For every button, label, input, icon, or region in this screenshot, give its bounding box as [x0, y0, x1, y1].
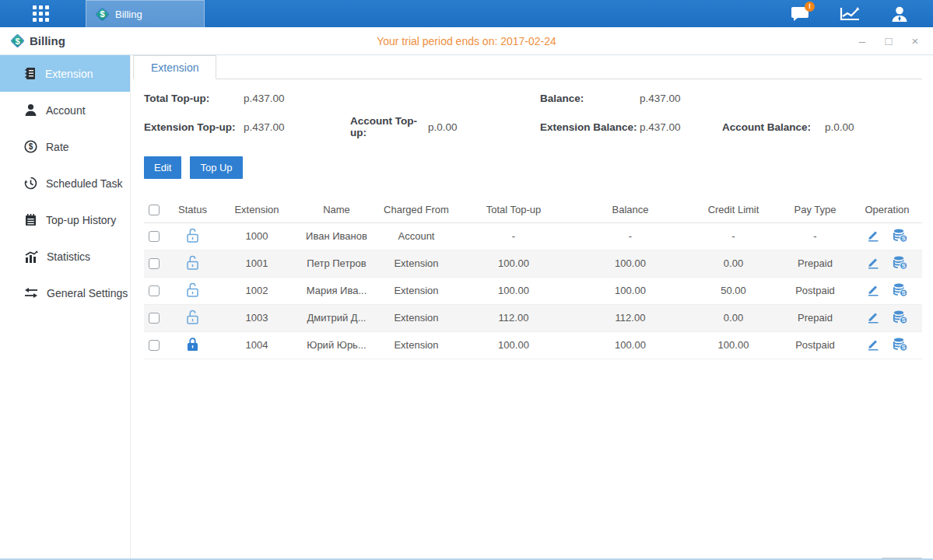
- sidebar-item-account[interactable]: Account: [0, 92, 130, 128]
- edit-extension-button[interactable]: [866, 310, 880, 326]
- billing-title-icon: $: [11, 34, 24, 47]
- svg-text:$: $: [29, 142, 33, 151]
- extension-topup-label: Extension Top-up:: [144, 121, 244, 133]
- topup-extension-button[interactable]: S: [893, 282, 908, 299]
- line-chart-icon: [840, 6, 860, 22]
- edit-button[interactable]: Edit: [144, 156, 181, 179]
- svg-text:S: S: [902, 344, 906, 351]
- edit-row-icon[interactable]: [866, 228, 880, 242]
- maximize-button[interactable]: □: [882, 34, 896, 48]
- minimize-button[interactable]: –: [855, 34, 869, 48]
- row-checkbox[interactable]: [149, 313, 160, 324]
- balance-label: Balance:: [540, 93, 640, 104]
- row-checkbox[interactable]: [149, 231, 160, 242]
- col-pay-type: Pay Type: [778, 197, 852, 222]
- table-header-row: Status Extension Name Charged From Total…: [144, 197, 922, 222]
- topup-extension-button[interactable]: S: [893, 310, 908, 327]
- pay-type-cell: Postpaid: [778, 277, 852, 304]
- credit-limit-cell: 0.00: [689, 304, 778, 331]
- pay-type-cell: Postpaid: [778, 331, 852, 359]
- user-menu-button[interactable]: [889, 5, 910, 23]
- extension-balance-value: p.437.00: [640, 121, 722, 133]
- sidebar-item-label: Top-up History: [46, 214, 116, 226]
- total-topup-value: p.437.00: [244, 93, 350, 104]
- charged-from-cell: Extension: [377, 304, 455, 331]
- sidebar-item-statistics[interactable]: Statistics: [0, 238, 130, 275]
- tab-bar: Extension: [133, 55, 922, 79]
- table-row: 1002Мария Ива...Extension100.00100.0050.…: [144, 277, 922, 304]
- row-checkbox[interactable]: [149, 285, 160, 296]
- topup-row-icon[interactable]: S: [893, 310, 908, 324]
- messages-button[interactable]: !: [790, 5, 810, 23]
- balance-value: p.437.00: [640, 93, 722, 104]
- billing-app-icon: $: [96, 8, 109, 21]
- topup-extension-button[interactable]: S: [893, 228, 908, 245]
- table-row: 1000Иван ИвановAccount---- S: [144, 222, 922, 250]
- top-up-button[interactable]: Top Up: [190, 156, 242, 179]
- scheduled-task-clock-icon: [24, 177, 37, 190]
- balance-cell: 112.00: [572, 304, 689, 331]
- edit-extension-button[interactable]: [866, 255, 880, 271]
- edit-row-icon[interactable]: [866, 282, 880, 296]
- table-row: 1003Дмитрий Д...Extension112.00112.000.0…: [144, 304, 922, 331]
- topup-extension-button[interactable]: S: [893, 255, 908, 272]
- table-row: 1001Петр ПетровExtension100.00100.000.00…: [144, 250, 922, 277]
- topup-extension-button[interactable]: S: [893, 337, 908, 354]
- edit-extension-button[interactable]: [866, 337, 880, 353]
- topup-row-icon[interactable]: S: [893, 255, 908, 270]
- sidebar-item-general-settings[interactable]: General Settings: [0, 275, 130, 311]
- table-row: 1004Юрий Юрь...Extension100.00100.00100.…: [144, 331, 922, 359]
- unlocked-icon[interactable]: [186, 282, 199, 297]
- total-topup-cell: 112.00: [455, 304, 572, 331]
- sidebar-item-extension[interactable]: Extension: [0, 55, 130, 92]
- close-button[interactable]: ×: [908, 34, 922, 48]
- app-grid-button[interactable]: [17, 0, 64, 27]
- sidebar-item-topup-history[interactable]: Top-up History: [0, 201, 130, 238]
- edit-extension-button[interactable]: [866, 282, 880, 299]
- total-topup-cell: -: [455, 222, 572, 250]
- trial-notice: Your trial period ends on: 2017-02-24: [0, 35, 933, 47]
- locked-icon[interactable]: [186, 337, 199, 352]
- extension-cell: 1004: [218, 331, 296, 359]
- statistics-button[interactable]: [840, 5, 860, 23]
- main-content: Extension Total Top-up: p.437.00 Balance…: [131, 55, 933, 560]
- pay-type-cell: Prepaid: [778, 250, 852, 277]
- sidebar-item-label: Rate: [46, 141, 69, 153]
- total-topup-cell: 100.00: [455, 250, 572, 277]
- unlocked-icon[interactable]: [186, 228, 199, 243]
- col-operation: Operation: [852, 197, 922, 222]
- title-bar: $ Billing Your trial period ends on: 201…: [0, 27, 933, 55]
- extension-cell: 1002: [218, 277, 296, 304]
- col-status: Status: [167, 197, 218, 222]
- sidebar-item-scheduled-task[interactable]: Scheduled Task: [0, 165, 130, 201]
- operation-cell: S: [852, 304, 922, 331]
- unlocked-icon[interactable]: [186, 255, 199, 270]
- taskbar-tab-billing[interactable]: $ Billing: [86, 0, 205, 27]
- extension-topup-value: p.437.00: [244, 121, 350, 133]
- credit-limit-cell: 100.00: [689, 331, 778, 359]
- row-checkbox[interactable]: [149, 258, 160, 269]
- select-all-checkbox[interactable]: [149, 205, 160, 215]
- charged-from-cell: Extension: [377, 331, 455, 359]
- edit-row-icon[interactable]: [866, 255, 880, 269]
- topup-row-icon[interactable]: S: [893, 337, 908, 352]
- sidebar-item-label: General Settings: [47, 287, 128, 299]
- status-cell: [167, 304, 218, 331]
- balance-cell: -: [572, 222, 689, 250]
- user-icon: [890, 5, 909, 23]
- edit-extension-button[interactable]: [866, 228, 880, 244]
- balance-cell: 100.00: [572, 277, 689, 304]
- topup-row-icon[interactable]: S: [893, 282, 908, 297]
- topup-row-icon[interactable]: S: [893, 228, 908, 243]
- sidebar: Extension Account $ Rate: [0, 55, 131, 560]
- window-title: Billing: [30, 34, 65, 47]
- tab-extension[interactable]: Extension: [133, 55, 216, 79]
- row-checkbox[interactable]: [149, 340, 160, 351]
- unlocked-icon[interactable]: [186, 310, 199, 324]
- extension-cell: 1003: [218, 304, 296, 331]
- edit-row-icon[interactable]: [866, 337, 880, 351]
- col-extension: Extension: [218, 197, 296, 222]
- edit-row-icon[interactable]: [866, 310, 880, 324]
- sidebar-item-rate[interactable]: $ Rate: [0, 128, 130, 165]
- pay-type-cell: Prepaid: [778, 304, 852, 331]
